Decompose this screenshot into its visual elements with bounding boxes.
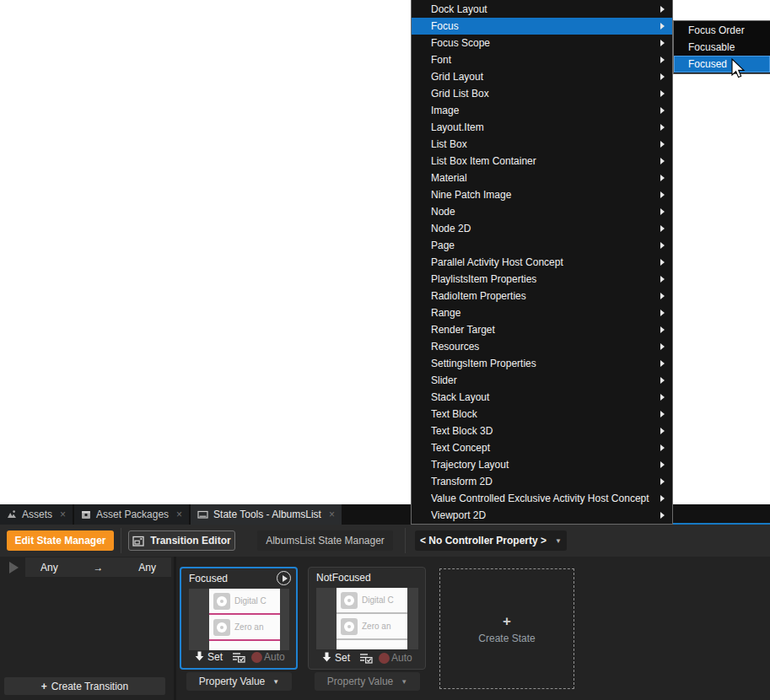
menu-item-parallel-activity-host-concept[interactable]: Parallel Activity Host Concept bbox=[412, 254, 672, 271]
menu-item-trajectory-layout[interactable]: Trajectory Layout bbox=[412, 456, 672, 473]
album-title: Zero an bbox=[362, 622, 390, 631]
submenu-item-label: Focusable bbox=[688, 41, 735, 53]
submenu-arrow-icon bbox=[660, 326, 665, 333]
menu-item-list-box[interactable]: List Box bbox=[412, 136, 672, 153]
state-card-notfocused[interactable]: NotFocused Digital C Zero an bbox=[308, 567, 426, 670]
chevron-down-icon: ▼ bbox=[555, 537, 562, 545]
menu-item-transform-2d[interactable]: Transform 2D bbox=[412, 473, 672, 490]
property-value-label: Property Value bbox=[199, 676, 266, 687]
menu-item-grid-list-box[interactable]: Grid List Box bbox=[412, 85, 672, 102]
states-canvas: Focused Digital C Zero an bbox=[176, 557, 770, 700]
menu-item-list-box-item-container[interactable]: List Box Item Container bbox=[412, 153, 672, 170]
menu-item-resources[interactable]: Resources bbox=[412, 338, 672, 355]
state-tools-icon bbox=[197, 509, 208, 520]
menu-item-label: Focus bbox=[431, 20, 655, 32]
menu-item-material[interactable]: Material bbox=[412, 170, 672, 186]
set-button-label[interactable]: Set bbox=[207, 651, 223, 663]
create-state-button[interactable]: + Create State bbox=[439, 568, 574, 689]
menu-item-text-block[interactable]: Text Block bbox=[412, 406, 672, 423]
menu-item-viewport-2d[interactable]: Viewport 2D bbox=[412, 507, 672, 524]
asset-packages-icon bbox=[81, 509, 91, 520]
auto-label[interactable]: Auto bbox=[264, 651, 285, 663]
context-menu: Dock LayoutFocusFocus ScopeFontGrid Layo… bbox=[411, 0, 673, 525]
transition-row-any-any[interactable]: Any → Any bbox=[25, 557, 171, 577]
chevron-down-icon: ▼ bbox=[272, 678, 279, 686]
auto-record-icon[interactable] bbox=[251, 652, 262, 663]
menu-item-label: Grid Layout bbox=[431, 71, 655, 83]
state-card-header: NotFocused bbox=[309, 568, 425, 587]
state-thumbnail: Digital C Zero an bbox=[189, 589, 289, 650]
tab-label: Asset Packages bbox=[96, 509, 169, 520]
submenu-arrow-icon bbox=[660, 175, 665, 181]
create-transition-button[interactable]: + Create Transition bbox=[4, 677, 165, 695]
preview-state-button[interactable] bbox=[277, 571, 291, 585]
submenu-arrow-icon bbox=[660, 242, 665, 249]
set-button-label[interactable]: Set bbox=[335, 652, 350, 664]
auto-label[interactable]: Auto bbox=[391, 652, 412, 664]
edit-state-manager-button[interactable]: Edit State Manager bbox=[7, 530, 114, 551]
menu-item-range[interactable]: Range bbox=[412, 304, 672, 321]
state-tools-panel: Assets×Asset Packages×State Tools - Albu… bbox=[0, 504, 770, 700]
menu-item-nine-patch-image[interactable]: Nine Patch Image bbox=[412, 186, 672, 203]
menu-item-layout-item[interactable]: Layout.Item bbox=[412, 119, 672, 136]
submenu-arrow-icon bbox=[660, 428, 665, 434]
play-transition-icon[interactable] bbox=[9, 562, 19, 573]
tab-asset-packages[interactable]: Asset Packages× bbox=[74, 504, 189, 525]
menu-item-node-2d[interactable]: Node 2D bbox=[412, 220, 672, 237]
property-value-dropdown-focused[interactable]: Property Value ▼ bbox=[186, 672, 292, 691]
album-disc-icon bbox=[341, 618, 358, 635]
menu-item-value-controlled-exclusive-activity-host-concept[interactable]: Value Controlled Exclusive Activity Host… bbox=[412, 490, 672, 507]
submenu-item-focused[interactable]: Focused bbox=[674, 56, 770, 73]
menu-item-stack-layout[interactable]: Stack Layout bbox=[412, 389, 672, 406]
menu-item-radioitem-properties[interactable]: RadioItem Properties bbox=[412, 288, 672, 304]
state-name-label: NotFocused bbox=[316, 572, 420, 584]
state-card-focused[interactable]: Focused Digital C Zero an bbox=[180, 567, 298, 670]
property-list-icon[interactable] bbox=[360, 653, 373, 664]
menu-item-label: Range bbox=[431, 307, 655, 319]
tab-state-tools-albumslist[interactable]: State Tools - AlbumsList× bbox=[191, 504, 342, 525]
submenu-arrow-icon bbox=[660, 495, 665, 502]
menu-item-label: Viewport 2D bbox=[431, 509, 655, 521]
submenu-arrow-icon bbox=[660, 40, 665, 46]
album-disc-icon bbox=[341, 592, 358, 609]
menu-item-dock-layout[interactable]: Dock Layout bbox=[412, 1, 672, 18]
close-icon[interactable]: × bbox=[329, 509, 335, 520]
submenu-arrow-icon bbox=[660, 259, 665, 266]
auto-record-icon[interactable] bbox=[379, 653, 390, 664]
menu-item-focus-scope[interactable]: Focus Scope bbox=[412, 35, 672, 51]
transition-editor-label: Transition Editor bbox=[150, 535, 230, 547]
menu-item-render-target[interactable]: Render Target bbox=[412, 321, 672, 338]
controller-property-dropdown[interactable]: < No Controller Property > ▼ bbox=[415, 530, 567, 551]
menu-item-page[interactable]: Page bbox=[412, 237, 672, 254]
state-card-actions: Set Auto bbox=[309, 649, 425, 666]
submenu-item-focus-order[interactable]: Focus Order bbox=[674, 22, 770, 39]
submenu-arrow-icon bbox=[660, 394, 665, 401]
submenu-arrow-icon bbox=[660, 23, 665, 30]
menu-item-grid-layout[interactable]: Grid Layout bbox=[412, 68, 672, 85]
state-manager-name-label[interactable]: AlbumsList State Manager bbox=[257, 530, 393, 551]
transition-editor-button[interactable]: Transition Editor bbox=[128, 530, 235, 551]
mouse-cursor bbox=[730, 58, 746, 84]
album-title: Zero an bbox=[234, 622, 263, 632]
property-value-dropdown-notfocused[interactable]: Property Value ▼ bbox=[315, 672, 420, 691]
close-icon[interactable]: × bbox=[176, 509, 182, 520]
menu-item-image[interactable]: Image bbox=[412, 102, 672, 119]
set-arrow-icon[interactable] bbox=[195, 649, 204, 665]
menu-item-font[interactable]: Font bbox=[412, 51, 672, 68]
menu-item-playlistsitem-properties[interactable]: PlaylistsItem Properties bbox=[412, 271, 672, 288]
set-arrow-icon[interactable] bbox=[322, 650, 331, 665]
panel-content: Any → Any + Create Transition Focused bbox=[0, 557, 770, 700]
submenu-arrow-icon bbox=[660, 276, 665, 283]
close-icon[interactable]: × bbox=[60, 509, 66, 520]
tab-assets[interactable]: Assets× bbox=[0, 504, 73, 525]
menu-item-text-block-3d[interactable]: Text Block 3D bbox=[412, 423, 672, 439]
menu-item-node[interactable]: Node bbox=[412, 203, 672, 220]
state-tools-toolbar: Edit State Manager Transition Editor Alb… bbox=[0, 525, 770, 557]
menu-item-slider[interactable]: Slider bbox=[412, 372, 672, 389]
menu-item-settingsitem-properties[interactable]: SettingsItem Properties bbox=[412, 355, 672, 372]
menu-item-focus[interactable]: Focus bbox=[412, 18, 672, 35]
tab-label: Assets bbox=[22, 509, 52, 520]
menu-item-text-concept[interactable]: Text Concept bbox=[412, 439, 672, 456]
property-list-icon[interactable] bbox=[233, 652, 245, 663]
submenu-item-focusable[interactable]: Focusable bbox=[674, 39, 770, 56]
